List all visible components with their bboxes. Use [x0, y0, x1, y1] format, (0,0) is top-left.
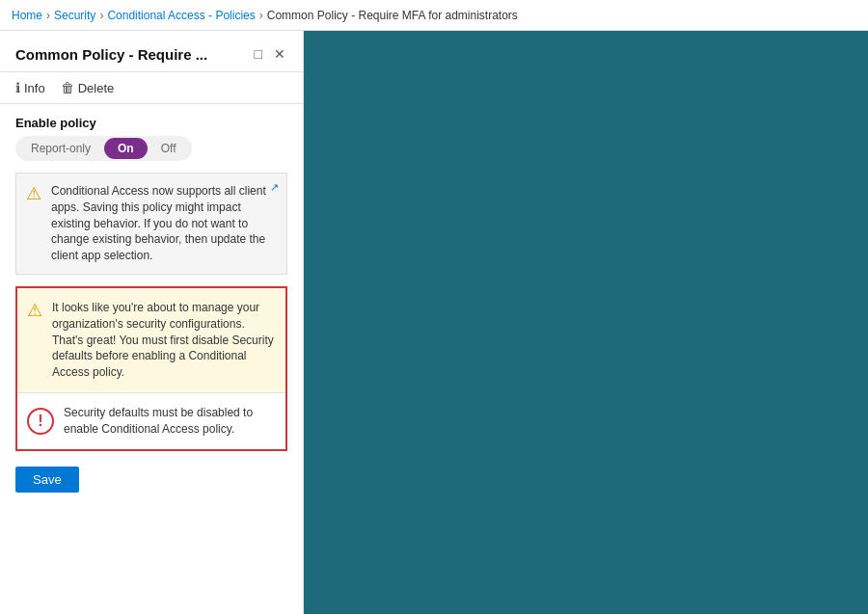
info-icon: ℹ [15, 80, 20, 95]
enable-policy-label: Enable policy [15, 116, 287, 130]
breadcrumb-sep-3: › [259, 9, 263, 22]
breadcrumb-sep-2: › [99, 9, 103, 22]
delete-toolbar-item[interactable]: 🗑 Delete [61, 80, 115, 95]
info-toolbar-item[interactable]: ℹ Info [15, 80, 45, 95]
error-circle-icon: ! [27, 408, 54, 435]
right-pane [304, 31, 868, 614]
panel-header-icons: □ ✕ [253, 44, 287, 64]
close-button[interactable]: ✕ [272, 44, 287, 64]
error-box: ! Security defaults must be disabled to … [17, 392, 285, 449]
enable-policy-section: Enable policy Report-only On Off [15, 116, 287, 161]
save-button[interactable]: Save [15, 467, 79, 493]
delete-icon: 🗑 [61, 80, 74, 95]
save-section: Save [15, 463, 287, 500]
yellow-warning-box: ⚠ It looks like you're about to manage y… [17, 288, 285, 392]
breadcrumb-sep-1: › [46, 9, 50, 22]
error-text: Security defaults must be disabled to en… [64, 405, 276, 438]
info-label: Info [24, 81, 45, 95]
side-panel: Common Policy - Require ... □ ✕ ℹ Info 🗑… [0, 31, 304, 614]
delete-label: Delete [78, 81, 115, 95]
minimize-button[interactable]: □ [253, 44, 264, 64]
toggle-off[interactable]: Off [148, 138, 190, 159]
yellow-warning-icon: ⚠ [27, 300, 42, 321]
toggle-group: Report-only On Off [15, 136, 192, 161]
panel-header: Common Policy - Require ... □ ✕ [0, 31, 303, 72]
toggle-on[interactable]: On [104, 138, 148, 159]
gray-warning-text: Conditional Access now supports all clie… [51, 183, 277, 264]
breadcrumb-security[interactable]: Security [54, 9, 95, 22]
breadcrumb-current: Common Policy - Require MFA for administ… [267, 9, 518, 22]
main-layout: Common Policy - Require ... □ ✕ ℹ Info 🗑… [0, 31, 868, 614]
warning-triangle-icon: ⚠ [26, 183, 41, 204]
external-link-icon[interactable]: ↗ [270, 181, 279, 194]
breadcrumb-home[interactable]: Home [12, 9, 42, 22]
breadcrumb-ca-policies[interactable]: Conditional Access - Policies [107, 9, 255, 22]
panel-content: Enable policy Report-only On Off ⚠ Condi… [0, 104, 303, 614]
toggle-report-only[interactable]: Report-only [17, 138, 104, 159]
panel-title: Common Policy - Require ... [15, 46, 207, 63]
breadcrumb: Home › Security › Conditional Access - P… [0, 0, 868, 31]
yellow-warning-text: It looks like you're about to manage you… [52, 300, 276, 381]
panel-toolbar: ℹ Info 🗑 Delete [0, 72, 303, 104]
gray-warning-box: ⚠ Conditional Access now supports all cl… [15, 173, 287, 275]
red-border-warning-section: ⚠ It looks like you're about to manage y… [15, 286, 287, 451]
